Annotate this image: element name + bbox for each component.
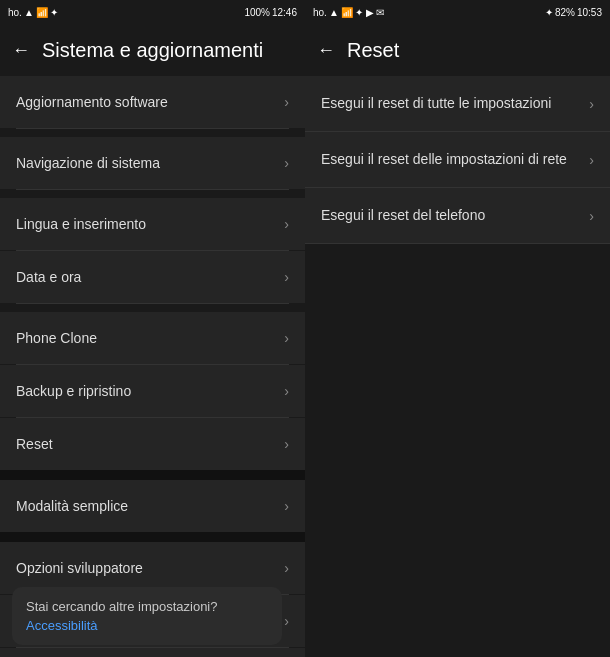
- battery-left: 100%: [244, 7, 270, 18]
- left-status-right: ho. ▲ 📶 ✦ ▶ ✉: [313, 7, 384, 18]
- tooltip-link[interactable]: Accessibilità: [26, 618, 268, 633]
- reset-item-all[interactable]: Esegui il reset di tutte le impostazioni…: [305, 76, 610, 132]
- chevron-hiai: ›: [284, 613, 289, 629]
- tooltip-text: Stai cercando altre impostazioni?: [26, 599, 268, 614]
- chevron-navigazione: ›: [284, 155, 289, 171]
- chevron-reset-phone: ›: [589, 208, 594, 224]
- carrier-right: ho.: [313, 7, 327, 18]
- divider-thick-4: [0, 470, 305, 480]
- chevron-sviluppatore: ›: [284, 560, 289, 576]
- chevron-reset-all: ›: [589, 96, 594, 112]
- menu-item-aggiornamento[interactable]: Aggiornamento software ›: [0, 76, 305, 128]
- reset-label-all: Esegui il reset di tutte le impostazioni: [321, 94, 589, 114]
- right-status-left: 100% 12:46: [244, 7, 297, 18]
- page-title-left: Sistema e aggiornamenti: [42, 39, 263, 62]
- page-title-right: Reset: [347, 39, 399, 62]
- menu-label-modalita: Modalità semplice: [16, 498, 128, 514]
- signal-icon-left: ▲: [24, 7, 34, 18]
- reset-item-phone[interactable]: Esegui il reset del telefono ›: [305, 188, 610, 244]
- time-left: 12:46: [272, 7, 297, 18]
- chevron-phone-clone: ›: [284, 330, 289, 346]
- chevron-lingua: ›: [284, 216, 289, 232]
- menu-label-sviluppatore: Opzioni sviluppatore: [16, 560, 143, 576]
- chevron-aggiornamento: ›: [284, 94, 289, 110]
- menu-list-left: Aggiornamento software › Navigazione di …: [0, 76, 305, 657]
- menu-label-backup: Backup e ripristino: [16, 383, 131, 399]
- wifi-icon-left: 📶: [36, 7, 48, 18]
- back-button-left[interactable]: ←: [12, 40, 30, 61]
- menu-label-data: Data e ora: [16, 269, 81, 285]
- menu-item-modalita[interactable]: Modalità semplice ›: [0, 480, 305, 532]
- chevron-modalita: ›: [284, 498, 289, 514]
- signal-icon-right: ▲: [329, 7, 339, 18]
- menu-item-lingua[interactable]: Lingua e inserimento ›: [0, 198, 305, 250]
- page-header-right: ← Reset: [305, 24, 610, 76]
- reset-label-phone: Esegui il reset del telefono: [321, 206, 589, 226]
- status-bar-left: ho. ▲ 📶 ✦ 100% 12:46: [0, 0, 305, 24]
- menu-label-phone-clone: Phone Clone: [16, 330, 97, 346]
- chevron-backup: ›: [284, 383, 289, 399]
- chevron-reset: ›: [284, 436, 289, 452]
- wifi-icon-right: 📶: [341, 7, 353, 18]
- menu-item-reset[interactable]: Reset ›: [0, 418, 305, 470]
- chevron-reset-network: ›: [589, 152, 594, 168]
- page-header-left: ← Sistema e aggiornamenti: [0, 24, 305, 76]
- divider-thick-5: [0, 532, 305, 542]
- time-right: 10:53: [577, 7, 602, 18]
- bluetooth-right: ✦: [545, 7, 553, 18]
- menu-label-navigazione: Navigazione di sistema: [16, 155, 160, 171]
- reset-label-network: Esegui il reset delle impostazioni di re…: [321, 150, 589, 170]
- divider-thick-1: [0, 129, 305, 137]
- divider-thick-3: [0, 304, 305, 312]
- menu-item-phone-clone[interactable]: Phone Clone ›: [0, 312, 305, 364]
- status-bar-right: ho. ▲ 📶 ✦ ▶ ✉ ✦ 82% 10:53: [305, 0, 610, 24]
- chevron-data: ›: [284, 269, 289, 285]
- menu-label-aggiornamento: Aggiornamento software: [16, 94, 168, 110]
- left-panel: ho. ▲ 📶 ✦ 100% 12:46 ← Sistema e aggiorn…: [0, 0, 305, 657]
- reset-item-network[interactable]: Esegui il reset delle impostazioni di re…: [305, 132, 610, 188]
- menu-label-reset: Reset: [16, 436, 53, 452]
- carrier-left: ho.: [8, 7, 22, 18]
- battery-right: 82%: [555, 7, 575, 18]
- reset-list: Esegui il reset di tutte le impostazioni…: [305, 76, 610, 244]
- menu-item-navigazione[interactable]: Navigazione di sistema ›: [0, 137, 305, 189]
- icons-right: ✦ ▶ ✉: [355, 7, 385, 18]
- bottom-tooltip: Stai cercando altre impostazioni? Access…: [12, 587, 282, 645]
- menu-label-lingua: Lingua e inserimento: [16, 216, 146, 232]
- divider-thick-2: [0, 190, 305, 198]
- back-button-right[interactable]: ←: [317, 40, 335, 61]
- left-status-left: ho. ▲ 📶 ✦: [8, 7, 58, 18]
- right-panel: ho. ▲ 📶 ✦ ▶ ✉ ✦ 82% 10:53 ← Reset Esegui…: [305, 0, 610, 657]
- menu-item-backup[interactable]: Backup e ripristino ›: [0, 365, 305, 417]
- bluetooth-icon-left: ✦: [50, 7, 58, 18]
- menu-item-miglioramento[interactable]: Miglioramento esperienza utente ›: [0, 648, 305, 657]
- right-status-right: ✦ 82% 10:53: [545, 7, 602, 18]
- menu-item-data[interactable]: Data e ora ›: [0, 251, 305, 303]
